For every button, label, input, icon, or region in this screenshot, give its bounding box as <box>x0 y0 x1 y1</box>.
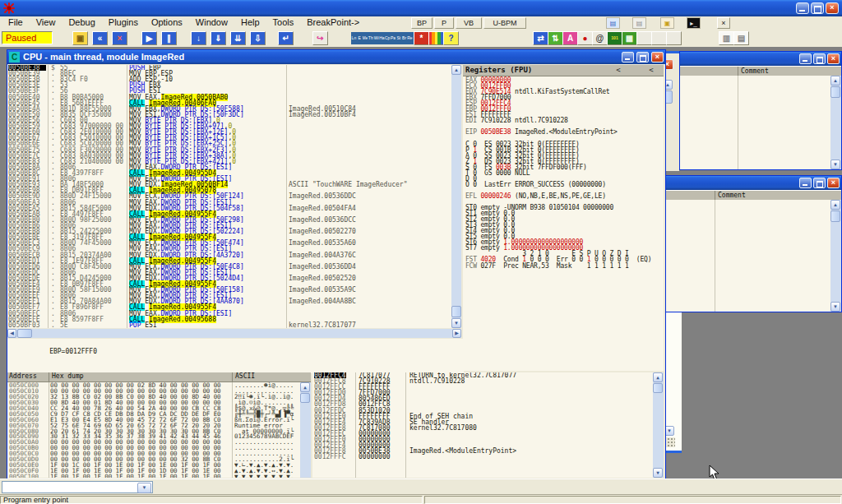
window-body[interactable]: ▲ ▼ <box>680 76 841 169</box>
menu-button-u-bpm[interactable]: U-BPM <box>483 17 526 29</box>
register-line[interactable]: O 0 LastErr ERROR_SUCCESS (00000000) <box>463 182 664 187</box>
trace-button[interactable]: @ <box>592 31 608 45</box>
scrollbar-thumb[interactable] <box>830 86 840 98</box>
menu-button-p[interactable]: P <box>434 17 454 29</box>
step-into-button[interactable]: ↓ <box>191 31 206 45</box>
registers-header[interactable]: Registers (FPU) < < <box>463 65 664 76</box>
close-button[interactable]: × <box>827 178 840 188</box>
dump-pane[interactable]: Address Hex dump ASCII 0050C00000 00 00 … <box>7 372 311 478</box>
swap-button[interactable]: ⇄ <box>533 31 548 45</box>
disassembly-scrollbar[interactable]: ▲ ▼ <box>451 65 461 328</box>
notes-button[interactable]: ▤ <box>632 17 646 29</box>
open-file-button[interactable]: ▣ <box>72 31 88 45</box>
close-button[interactable]: × <box>651 52 664 62</box>
pause-button[interactable]: ∥ <box>161 31 177 45</box>
layout-button[interactable]: ▤ <box>733 31 749 45</box>
stack-row[interactable]: 0012FFFC00000000 <box>312 454 664 460</box>
minimize-button[interactable] <box>799 53 812 64</box>
binary-button[interactable]: 101 <box>607 31 622 45</box>
help-button[interactable]: ? <box>443 31 459 45</box>
restore-button[interactable] <box>811 2 824 14</box>
command-input[interactable]: ▼ <box>2 481 153 493</box>
disassembly-pane[interactable]: 0050BE38$55PUSH EBP0050BE39.8BECMOV EBP,… <box>7 65 451 328</box>
maximize-button[interactable] <box>813 178 826 188</box>
info-pane[interactable]: EBP=0012FFF0 <box>7 339 464 373</box>
log-window-button[interactable]: ▤ <box>606 17 620 29</box>
updown-button[interactable]: ⇅ <box>548 31 563 45</box>
console-button[interactable]: ▸_ <box>687 17 701 29</box>
registers-pane[interactable]: Registers (FPU) < < EAX 00000000ECX 0012… <box>463 65 664 371</box>
cpu-window[interactable]: C CPU - main thread, module ImageRed × 0… <box>7 49 666 479</box>
menu-button-vb[interactable]: VB <box>456 17 482 29</box>
appearance-button[interactable] <box>428 31 444 45</box>
disasm-row[interactable]: 0050BEFE.E8 8597F8FFCALL ImageRed.004956… <box>7 317 451 322</box>
scroll-up-button[interactable]: ▲ <box>300 382 310 392</box>
scroll-up-button[interactable]: ▲ <box>451 65 461 75</box>
register-line[interactable]: FCW 027F Prec NEAR,53 Mask 1 1 1 1 1 1 <box>463 263 664 269</box>
breakpoint-button[interactable]: ● <box>577 31 593 45</box>
scroll-up-button[interactable]: ▲ <box>830 76 840 86</box>
scrollbar-thumb[interactable] <box>451 306 461 317</box>
go-to-address-button[interactable]: ↪ <box>312 31 328 45</box>
maximize-button[interactable] <box>813 53 826 64</box>
dump-row[interactable]: 0050C1001F 00 1F 00 1F 00 1F 00 1F 00 1F… <box>7 474 299 478</box>
comment-window-middle[interactable]: × Comment ▲ ▼ <box>664 175 842 312</box>
stack-scrollbar[interactable]: ▲ ▼ <box>653 372 664 478</box>
close-toolbar-button[interactable]: × <box>717 17 730 29</box>
disasm-row[interactable]: 0050BE3B.83C4 F0ADD ESP,-10 <box>7 76 451 82</box>
dump-scrollbar[interactable]: ▲ <box>300 382 311 478</box>
open-folder-button[interactable]: ▣ <box>660 17 674 29</box>
disasm-instruction: POP ESI <box>129 322 285 328</box>
stack-pane[interactable]: 0012FFC47C817077RETURN to kernel32.7C817… <box>312 372 664 478</box>
scroll-down-button[interactable]: ▼ <box>830 302 840 312</box>
register-line[interactable]: EDI 7C910228 ntdll.7C910228 <box>463 118 664 123</box>
disasm-row[interactable]: 0050BE3E.53PUSH EBX <box>7 82 451 88</box>
animate-over-button[interactable]: ⇩ <box>250 31 266 45</box>
scroll-down-button[interactable]: ▼ <box>451 318 461 328</box>
cpu-titlebar[interactable]: C CPU - main thread, module ImageRed × <box>7 50 665 64</box>
scroll-right-button[interactable]: ▶ <box>452 329 461 338</box>
comment-window-top[interactable]: × Comment ▲ ▼ <box>679 51 842 170</box>
blank-button[interactable] <box>666 31 682 45</box>
window-body[interactable]: ▲ ▼ <box>665 200 841 312</box>
memory-button[interactable]: ▦ <box>622 31 637 45</box>
main-titlebar[interactable]: × <box>0 0 842 16</box>
scrollbar-thumb[interactable] <box>17 329 32 338</box>
scrollbar-thumb[interactable] <box>653 383 663 393</box>
menu-button-bp[interactable]: BP <box>411 17 433 29</box>
scroll-left-button[interactable]: ◀ <box>7 329 16 338</box>
register-line[interactable]: T 0 GS 0000 NULL <box>463 170 664 176</box>
blank-button[interactable] <box>636 31 652 45</box>
disassembly-hscrollbar[interactable]: ◀ ▶ <box>7 329 461 338</box>
restart-button[interactable]: « <box>92 31 108 45</box>
scroll-down-button[interactable]: ▼ <box>830 160 840 169</box>
disasm-row[interactable]: 0050BF03.5EPOP ESIkernel32.7C817077 <box>7 322 451 328</box>
close-button[interactable]: × <box>827 53 840 64</box>
close-button[interactable]: × <box>826 2 839 14</box>
scrollbar-thumb[interactable] <box>830 210 840 222</box>
minimize-button[interactable] <box>796 2 809 14</box>
register-line[interactable]: EFL 00000246 (NO,NB,E,BE,NS,PE,GE,LE) <box>463 193 664 199</box>
minimize-button[interactable] <box>622 52 634 62</box>
run-button[interactable]: ▶ <box>141 31 157 45</box>
close-program-button[interactable]: × <box>112 31 127 45</box>
window-titlebar[interactable]: × <box>665 176 841 190</box>
scroll-up-button[interactable]: ▲ <box>653 372 663 382</box>
dropdown-button[interactable]: ▼ <box>137 483 151 493</box>
execute-till-return-button[interactable]: ↵ <box>278 31 294 45</box>
maximize-button[interactable] <box>636 52 649 62</box>
blank-button[interactable] <box>651 31 667 45</box>
animate-into-button[interactable]: ⇊ <box>230 31 246 45</box>
next-register-view-button[interactable]: < <box>642 65 660 75</box>
prev-register-view-button[interactable]: < <box>609 65 627 75</box>
scrollbar-thumb[interactable] <box>300 393 310 403</box>
scroll-down-button[interactable]: ▼ <box>653 468 663 478</box>
assemble-button[interactable]: A <box>562 31 578 45</box>
options-button[interactable]: * <box>414 31 429 45</box>
step-over-button[interactable]: ⇓ <box>210 31 226 45</box>
register-line[interactable]: EIP 0050BE38 ImageRed.<ModuleEntryPoint> <box>463 129 664 135</box>
minimize-button[interactable] <box>799 178 812 188</box>
window-titlebar[interactable]: × <box>680 52 841 66</box>
layout-button[interactable]: ▥ <box>719 31 734 45</box>
scroll-up-button[interactable]: ▲ <box>830 200 840 210</box>
